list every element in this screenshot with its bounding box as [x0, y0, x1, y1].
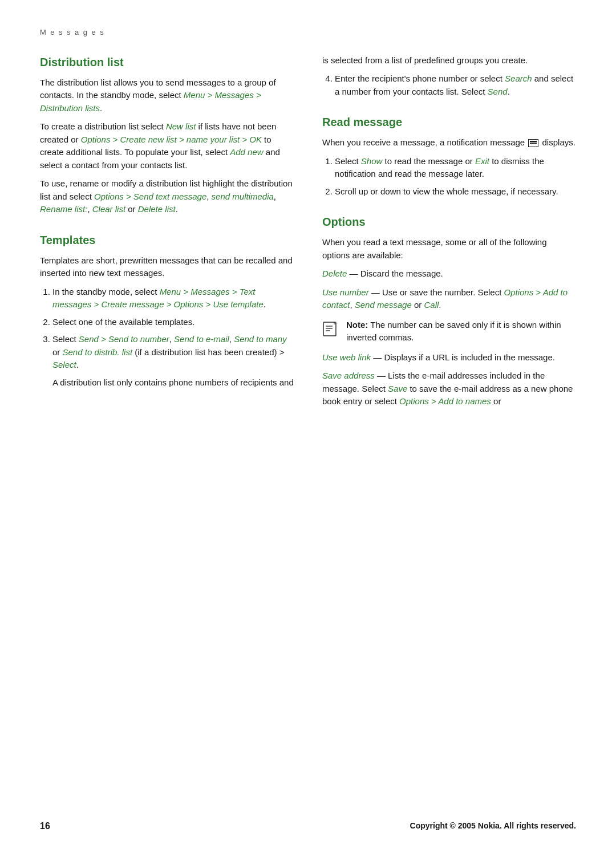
read-exit-link: Exit: [475, 156, 489, 166]
note-label: Note:: [346, 320, 368, 330]
footer-copyright: Copyright © 2005 Nokia. All rights reser…: [410, 820, 576, 831]
dist-send-multimedia-link: send multimedia: [212, 192, 274, 201]
template-select-link: Select: [52, 360, 76, 369]
page: M e s s a g e s Distribution list The di…: [0, 0, 616, 853]
template-menu-link: Menu > Messages > Text messages > Create…: [52, 287, 264, 310]
templates-intro: Templates are short, prewritten messages…: [40, 254, 294, 280]
dist-rename-link: Rename list:: [40, 204, 87, 214]
note-text: Note: The number can be saved only if it…: [346, 319, 576, 344]
distribution-list-title: Distribution list: [40, 54, 294, 71]
note-icon: [322, 320, 341, 338]
send-message-link: Send message: [355, 300, 412, 310]
options-save-address-item: Save address — Lists the e-mail addresse…: [322, 369, 576, 408]
list-item: Scroll up or down to view the whole mess…: [335, 185, 576, 198]
template-send-number-link: Send > Send to number: [79, 334, 169, 344]
page-number: 16: [40, 819, 50, 832]
options-intro: When you read a text message, some or al…: [322, 236, 576, 262]
use-web-link: Use web link: [322, 352, 371, 362]
dist-add-new-link: Add new: [230, 147, 263, 157]
call-link: Call: [424, 300, 439, 310]
list-item: In the standby mode, select Menu > Messa…: [52, 286, 294, 311]
right-list-continued: Enter the recipient's phone number or se…: [335, 72, 576, 98]
left-column: Distribution list The distribution list …: [40, 54, 294, 414]
dist-para-1: The distribution list allows you to send…: [40, 76, 294, 115]
templates-title: Templates: [40, 232, 294, 249]
save-address-link: Save address: [322, 371, 375, 380]
options-add-names-link: Options > Add to names: [399, 396, 491, 406]
read-message-section: Read message When you receive a message,…: [322, 114, 576, 198]
list-item: Select Send > Send to number, Send to e-…: [52, 333, 294, 389]
use-number-link: Use number: [322, 287, 369, 297]
continuation-text: is selected from a list of predefined gr…: [322, 54, 576, 67]
envelope-icon: [528, 139, 538, 147]
save-link: Save: [388, 384, 407, 393]
templates-list: In the standby mode, select Menu > Messa…: [52, 286, 294, 389]
dist-para-3: To use, rename or modify a distribution …: [40, 177, 294, 216]
delete-link: Delete: [322, 269, 347, 278]
read-message-title: Read message: [322, 114, 576, 131]
template-send-distrib-link: Send to distrib. list: [63, 347, 133, 357]
note-content: The number can be saved only if it is sh…: [346, 320, 561, 343]
dist-menu-link-1: Menu > Messages > Distribution lists: [40, 90, 261, 113]
content-columns: Distribution list The distribution list …: [40, 54, 576, 414]
read-message-intro: When you receive a message, a notificati…: [322, 136, 576, 149]
page-footer: 16 Copyright © 2005 Nokia. All rights re…: [40, 819, 576, 832]
read-show-link: Show: [361, 156, 383, 166]
list-item: Enter the recipient's phone number or se…: [335, 72, 576, 98]
dist-options-create-link: Options > Create new list > name your li…: [81, 135, 262, 144]
options-use-number-item: Use number — Use or save the number. Sel…: [322, 286, 576, 312]
options-delete-item: Delete — Discard the message.: [322, 267, 576, 281]
dist-options-send-link: Options > Send text message: [94, 192, 206, 201]
dist-para-2: To create a distribution list select New…: [40, 120, 294, 172]
read-message-list: Select Show to read the message or Exit …: [335, 155, 576, 198]
list-item-subtext: A distribution list only contains phone …: [52, 376, 294, 389]
distribution-list-section: Distribution list The distribution list …: [40, 54, 294, 216]
dist-clear-link: Clear list: [92, 204, 125, 214]
right-column: is selected from a list of predefined gr…: [322, 54, 576, 414]
right-search-link: Search: [505, 74, 532, 83]
dist-delete-link: Delete list: [138, 204, 176, 214]
options-web-link-item: Use web link — Displays if a URL is incl…: [322, 351, 576, 364]
template-send-email-link: Send to e-mail: [174, 334, 229, 344]
note-box: Note: The number can be saved only if it…: [322, 319, 576, 344]
right-send-link: Send: [488, 87, 508, 96]
page-header: M e s s a g e s: [40, 27, 576, 38]
templates-section: Templates Templates are short, prewritte…: [40, 232, 294, 389]
options-title: Options: [322, 214, 576, 230]
template-send-many-link: Send to many: [234, 334, 287, 344]
list-item: Select one of the available templates.: [52, 316, 294, 329]
list-item: Select Show to read the message or Exit …: [335, 155, 576, 181]
options-section: Options When you read a text message, so…: [322, 214, 576, 408]
dist-new-list-link: New list: [166, 121, 196, 131]
svg-rect-1: [324, 323, 335, 335]
